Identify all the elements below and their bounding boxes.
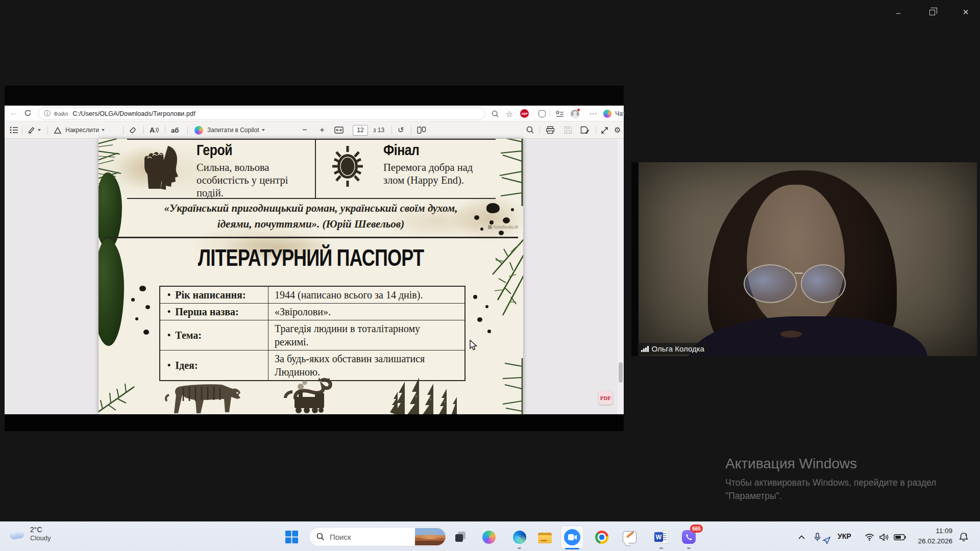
tiger-illustration [165, 381, 244, 414]
final-text-line: злом (Happy End). [383, 174, 464, 187]
back-icon[interactable]: ← [10, 108, 18, 117]
chrome-button[interactable] [595, 530, 608, 544]
section-divider [315, 140, 316, 198]
section-border-top [127, 139, 496, 140]
whiteboard-icon [623, 531, 636, 543]
copilot-chat-icon[interactable] [603, 109, 612, 118]
participant-name-tag: Ольга Колодка [638, 343, 709, 355]
page-view-icon[interactable] [417, 121, 426, 139]
highlighter-caret-icon [38, 129, 41, 131]
weather-widget[interactable]: 2°C Cloudy [8, 525, 51, 542]
print-icon[interactable] [546, 121, 555, 139]
zoom-meeting-window: – ✕ ← ⓘ Файл C:/Users/OLGA/Downloads/Тиг… [0, 0, 980, 551]
save-as-icon[interactable] [580, 121, 590, 139]
pdf-contents-icon[interactable] [10, 121, 18, 139]
pdf-settings-gear-icon[interactable]: ⚙ [614, 121, 621, 139]
participant-video[interactable]: Ольга Колодка [631, 162, 977, 356]
highlighter-icon[interactable] [27, 121, 41, 139]
page-info-icon[interactable]: ⓘ [44, 109, 51, 118]
running-indicator [687, 547, 691, 549]
notification-bell-icon[interactable]: z [957, 530, 970, 544]
fullscreen-icon[interactable] [601, 121, 608, 139]
language-indicator[interactable]: УКР [838, 532, 851, 540]
weather-condition: Cloudy [30, 534, 51, 542]
browser-menu-icon[interactable]: ⋯ [589, 109, 598, 118]
eraser-icon[interactable] [129, 121, 137, 139]
windows-activation-watermark: Активация Windows Чтобы активировать Win… [725, 456, 936, 503]
restore-icon [929, 10, 935, 15]
read-aloud-icon[interactable]: A [150, 121, 159, 139]
collections-icon[interactable] [555, 109, 564, 118]
row-value: 1944 (написано всього за 14 днів). [275, 288, 461, 302]
running-indicator [518, 547, 521, 549]
zoom-in-button[interactable]: + [320, 121, 325, 139]
row-label: Тема: [175, 329, 202, 342]
profile-avatar[interactable] [570, 109, 579, 118]
file-explorer-button[interactable] [538, 531, 552, 545]
fit-width-icon[interactable] [334, 121, 344, 139]
windows-taskbar: 2°C Cloudy Поиск [0, 521, 980, 551]
whiteboard-button[interactable] [623, 530, 636, 544]
volume-icon[interactable] [877, 530, 891, 544]
viber-badge: 665 [690, 524, 703, 533]
open-in-acrobat-button[interactable]: PDF [599, 391, 612, 405]
dragon-train-illustration [272, 378, 338, 414]
search-highlight-image[interactable] [415, 528, 446, 545]
edge-icon [513, 531, 526, 544]
pdf-viewer-canvas[interactable]: Герой Сильна, вольова особистість у цент… [5, 139, 624, 414]
pdf-search-icon[interactable] [526, 121, 534, 139]
taskbar-search[interactable]: Поиск [309, 527, 447, 546]
draw-button[interactable]: Накреслити [54, 121, 105, 139]
close-button[interactable]: ✕ [954, 4, 977, 20]
wifi-icon[interactable] [863, 530, 876, 544]
copilot-taskbar-button[interactable] [482, 530, 496, 544]
restore-button[interactable] [921, 4, 943, 20]
word-button[interactable]: W [654, 530, 668, 544]
hero-text-line: Сильна, вольова [197, 161, 269, 174]
draw-triangle-icon [54, 127, 62, 134]
copilot-icon [603, 110, 611, 118]
scrollbar-thumb[interactable] [619, 362, 623, 383]
tray-date: 26.02.2026 [901, 536, 952, 546]
table-row: •Рік написання: 1944 (написано всього за… [160, 287, 464, 303]
page-total-label: з 13 [373, 121, 384, 139]
hero-text-line: особистість у центрі [197, 174, 288, 187]
save-icon-disabled [564, 121, 572, 139]
adblock-extension-icon[interactable]: ABP [520, 109, 529, 118]
clock-widget[interactable]: 11:09 26.02.2026 [901, 526, 952, 546]
location-tray-icon[interactable] [820, 533, 834, 547]
refresh-icon[interactable] [24, 109, 32, 117]
tray-chevron-icon[interactable] [795, 530, 808, 544]
extension-icon[interactable] [537, 109, 547, 118]
translate-icon[interactable]: аб [171, 121, 179, 139]
search-placeholder: Поиск [330, 533, 351, 541]
zoom-page-icon[interactable] [491, 109, 500, 118]
copilot-chat-label[interactable]: Чат [615, 110, 626, 117]
start-button[interactable] [285, 530, 299, 544]
minimize-button[interactable]: – [887, 4, 910, 20]
task-view-button[interactable] [454, 530, 468, 544]
page-number-input[interactable]: 12 [353, 121, 368, 139]
pdf-scrollbar[interactable] [618, 139, 624, 414]
edge-taskbar-button[interactable] [512, 530, 526, 544]
zoom-app-button-active[interactable] [560, 525, 584, 549]
video-frame [639, 162, 977, 356]
quote-line: ідеями, почуттями». (Юрій Шевельов) [119, 218, 503, 231]
glasses-bridge [795, 272, 803, 274]
rotate-icon[interactable]: ↺ [398, 121, 404, 139]
section-rule [104, 237, 518, 238]
url-scheme-label: Файл [54, 111, 68, 117]
copilot-ask-button[interactable]: Запитати в Copilot [194, 121, 265, 139]
url-text: C:/Users/OLGA/Downloads/Тигролови.pdf [72, 110, 195, 117]
row-value: Трагедія людини в тоталітарному [275, 322, 461, 335]
window-controls: – ✕ [887, 3, 977, 21]
zoom-out-button[interactable]: − [302, 121, 307, 139]
url-field[interactable]: ⓘ Файл C:/Users/OLGA/Downloads/Тигролови… [38, 108, 485, 120]
ink-splatter [128, 283, 159, 341]
favorite-star-icon[interactable]: ☆ [505, 109, 514, 118]
hero-text-line: подій. [197, 187, 224, 199]
moss-decoration [99, 239, 124, 346]
passport-table: •Рік написання: 1944 (написано всього за… [159, 286, 465, 381]
pdf-page: Герой Сильна, вольова особистість у цент… [99, 139, 523, 414]
copilot-icon [194, 126, 203, 135]
